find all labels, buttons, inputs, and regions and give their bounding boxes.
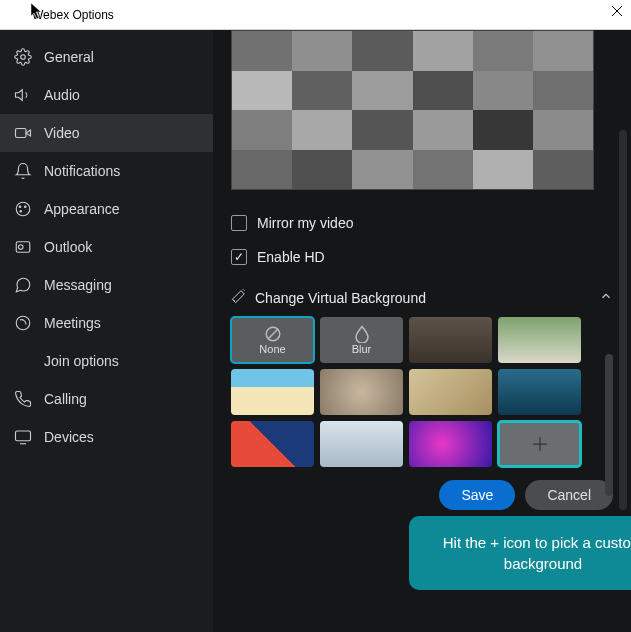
speaker-icon <box>14 86 32 104</box>
palette-icon <box>14 200 32 218</box>
titlebar: Webex Options <box>0 0 631 30</box>
sidebar-item-outlook[interactable]: Outlook <box>0 228 213 266</box>
svg-line-14 <box>267 329 278 340</box>
sidebar-item-label: Messaging <box>44 277 112 293</box>
gear-icon <box>14 48 32 66</box>
sidebar-item-label: Outlook <box>44 239 92 255</box>
sidebar-item-calling[interactable]: Calling <box>0 380 213 418</box>
window-title: Webex Options <box>32 8 114 22</box>
bg-tile-add[interactable] <box>498 421 581 467</box>
bg-tile-blur[interactable]: Blur <box>320 317 403 363</box>
options-window: Webex Options General Audio Video Notifi… <box>0 0 631 632</box>
blur-icon <box>353 325 371 343</box>
enable-hd-row[interactable]: Enable HD <box>231 240 613 274</box>
content-scrollbar[interactable] <box>619 130 627 510</box>
phone-icon <box>14 390 32 408</box>
svg-point-4 <box>16 202 30 216</box>
bg-tile-abstract-red[interactable] <box>231 421 314 467</box>
chevron-up-icon[interactable] <box>599 289 613 306</box>
svg-point-5 <box>19 206 21 208</box>
outlook-icon <box>14 238 32 256</box>
video-preview <box>231 30 594 190</box>
bell-icon <box>14 162 32 180</box>
callout-tooltip: Hit the + icon to pick a custom backgrou… <box>409 516 631 590</box>
chat-icon <box>14 276 32 294</box>
svg-rect-11 <box>16 431 31 441</box>
svg-point-7 <box>20 211 22 213</box>
content-pane: Mirror my video Enable HD Change Virtual… <box>213 30 631 632</box>
wand-icon <box>231 288 247 307</box>
enable-hd-label: Enable HD <box>257 249 325 265</box>
video-icon <box>14 124 32 142</box>
sidebar-item-devices[interactable]: Devices <box>0 418 213 456</box>
bg-grid-scrollbar[interactable] <box>605 354 613 496</box>
sidebar-item-label: General <box>44 49 94 65</box>
close-icon[interactable] <box>611 4 623 20</box>
bg-tile-label: None <box>259 343 285 355</box>
svg-rect-2 <box>16 129 27 138</box>
mirror-video-row[interactable]: Mirror my video <box>231 206 613 240</box>
cursor-icon <box>30 2 44 20</box>
sidebar-item-notifications[interactable]: Notifications <box>0 152 213 190</box>
callout-text: Hit the + icon to pick a custom backgrou… <box>443 534 631 572</box>
monitor-icon <box>14 428 32 446</box>
plus-icon <box>530 434 550 454</box>
bg-tile-room[interactable] <box>320 421 403 467</box>
sidebar-item-label: Meetings <box>44 315 101 331</box>
sidebar-item-label: Appearance <box>44 201 120 217</box>
sidebar-item-label: Notifications <box>44 163 120 179</box>
video-controls: Mirror my video Enable HD <box>213 198 631 274</box>
cancel-button[interactable]: Cancel <box>525 480 613 510</box>
svg-marker-1 <box>16 90 23 101</box>
checkbox-checked-icon[interactable] <box>231 249 247 265</box>
meetings-icon <box>14 314 32 332</box>
sidebar-item-label: Video <box>44 125 80 141</box>
sidebar-item-label: Audio <box>44 87 80 103</box>
sidebar-item-label: Calling <box>44 391 87 407</box>
sidebar-item-general[interactable]: General <box>0 38 213 76</box>
sidebar-item-appearance[interactable]: Appearance <box>0 190 213 228</box>
sidebar-item-messaging[interactable]: Messaging <box>0 266 213 304</box>
svg-point-6 <box>25 206 27 208</box>
bg-tile-sunlight[interactable] <box>409 369 492 415</box>
bg-tile-mountains[interactable] <box>498 369 581 415</box>
virtual-bg-grid: None Blur <box>213 317 631 467</box>
mirror-video-label: Mirror my video <box>257 215 353 231</box>
video-preview-area <box>213 30 631 198</box>
sidebar: General Audio Video Notifications Appear… <box>0 30 213 632</box>
checkbox-icon[interactable] <box>231 215 247 231</box>
sidebar-item-meetings[interactable]: Meetings <box>0 304 213 342</box>
svg-point-9 <box>19 245 24 250</box>
sidebar-item-label: Join options <box>44 353 119 369</box>
bg-tile-none[interactable]: None <box>231 317 314 363</box>
sidebar-item-video[interactable]: Video <box>0 114 213 152</box>
save-button[interactable]: Save <box>439 480 515 510</box>
bg-tile-label: Blur <box>352 343 372 355</box>
bg-tile-beach[interactable] <box>231 369 314 415</box>
bg-tile-bokeh[interactable] <box>320 369 403 415</box>
sidebar-item-join-options[interactable]: Join options <box>0 342 213 380</box>
virtual-bg-title: Change Virtual Background <box>255 290 591 306</box>
none-icon <box>264 325 282 343</box>
footer: Save Cancel <box>213 467 631 523</box>
body: General Audio Video Notifications Appear… <box>0 30 631 632</box>
bg-tile-space[interactable] <box>409 421 492 467</box>
bg-tile-living-room[interactable] <box>498 317 581 363</box>
sidebar-item-label: Devices <box>44 429 94 445</box>
sidebar-item-audio[interactable]: Audio <box>0 76 213 114</box>
bg-tile-office1[interactable] <box>409 317 492 363</box>
svg-point-0 <box>21 55 26 60</box>
svg-point-10 <box>16 316 30 330</box>
virtual-bg-header[interactable]: Change Virtual Background <box>213 274 631 317</box>
svg-marker-3 <box>26 130 31 136</box>
